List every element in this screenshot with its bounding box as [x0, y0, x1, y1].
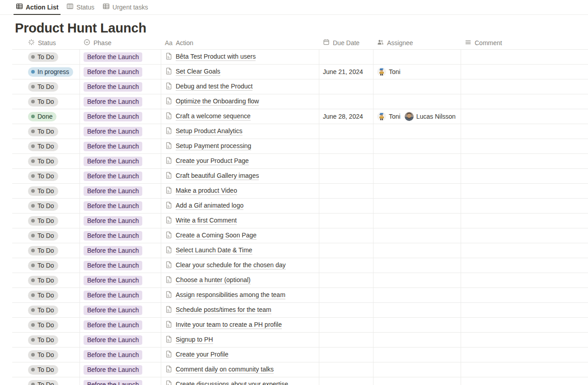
- action-page-link[interactable]: Set Clear Goals: [176, 68, 220, 76]
- status-cell[interactable]: To Do: [12, 79, 80, 94]
- column-header-status[interactable]: Status: [12, 36, 80, 49]
- assignee-cell[interactable]: Toni: [373, 65, 461, 79]
- assignee-cell[interactable]: [373, 258, 461, 273]
- status-cell[interactable]: To Do: [12, 243, 80, 258]
- tab-urgent-tasks[interactable]: Urgent tasks: [100, 0, 150, 15]
- due-date-cell[interactable]: [319, 303, 373, 317]
- action-page-link[interactable]: Create discussions about your expertise: [176, 380, 288, 385]
- comment-cell[interactable]: [461, 199, 588, 213]
- status-cell[interactable]: To Do: [12, 377, 80, 385]
- column-header-phase[interactable]: Phase: [80, 36, 161, 49]
- phase-cell[interactable]: Before the Launch: [80, 213, 161, 228]
- action-page-link[interactable]: Create your Product Page: [176, 157, 249, 165]
- status-cell[interactable]: To Do: [12, 303, 80, 317]
- status-cell[interactable]: In progress: [12, 65, 80, 79]
- assignee-cell[interactable]: [373, 139, 461, 153]
- due-date-cell[interactable]: [319, 273, 373, 288]
- column-header-action[interactable]: Aa Action: [161, 36, 319, 49]
- status-cell[interactable]: To Do: [12, 169, 80, 183]
- phase-cell[interactable]: Before the Launch: [80, 318, 161, 332]
- phase-cell[interactable]: Before the Launch: [80, 243, 161, 258]
- comment-cell[interactable]: [461, 213, 588, 228]
- action-cell[interactable]: Schedule posts/times for the team: [161, 303, 319, 317]
- comment-cell[interactable]: [461, 258, 588, 273]
- comment-cell[interactable]: [461, 243, 588, 258]
- action-page-link[interactable]: Bêta Test Product with users: [176, 53, 256, 61]
- action-page-link[interactable]: Signup to PH: [176, 336, 213, 344]
- phase-cell[interactable]: Before the Launch: [80, 228, 161, 243]
- phase-cell[interactable]: Before the Launch: [80, 303, 161, 317]
- status-cell[interactable]: Done: [12, 109, 80, 124]
- phase-cell[interactable]: Before the Launch: [80, 184, 161, 198]
- action-cell[interactable]: Clear your schedule for the chosen day: [161, 258, 319, 273]
- action-page-link[interactable]: Write a first Comment: [176, 217, 237, 225]
- status-cell[interactable]: To Do: [12, 228, 80, 243]
- due-date-cell[interactable]: [319, 288, 373, 302]
- phase-cell[interactable]: Before the Launch: [80, 154, 161, 168]
- due-date-cell[interactable]: [319, 258, 373, 273]
- phase-cell[interactable]: Before the Launch: [80, 288, 161, 302]
- comment-cell[interactable]: [461, 65, 588, 79]
- due-date-cell[interactable]: [319, 333, 373, 347]
- due-date-cell[interactable]: [319, 94, 373, 109]
- due-date-cell[interactable]: [319, 50, 373, 64]
- phase-cell[interactable]: Before the Launch: [80, 333, 161, 347]
- status-cell[interactable]: To Do: [12, 199, 80, 213]
- comment-cell[interactable]: [461, 303, 588, 317]
- due-date-cell[interactable]: [319, 154, 373, 168]
- action-cell[interactable]: Comment daily on community talks: [161, 362, 319, 377]
- phase-cell[interactable]: Before the Launch: [80, 139, 161, 153]
- phase-cell[interactable]: Before the Launch: [80, 362, 161, 377]
- action-page-link[interactable]: Create a Coming Soon Page: [176, 232, 257, 240]
- action-page-link[interactable]: Debug and test the Product: [176, 83, 252, 91]
- action-page-link[interactable]: Choose a hunter (optional): [176, 276, 251, 284]
- action-page-link[interactable]: Craft beautiful Gallery images: [176, 172, 259, 180]
- due-date-cell[interactable]: June 28, 2024: [319, 109, 373, 124]
- action-page-link[interactable]: Craft a welcome sequence: [176, 112, 251, 121]
- comment-cell[interactable]: [461, 109, 588, 124]
- action-cell[interactable]: Choose a hunter (optional): [161, 273, 319, 288]
- status-cell[interactable]: To Do: [12, 348, 80, 362]
- action-page-link[interactable]: Create your Profile: [176, 351, 229, 359]
- comment-cell[interactable]: [461, 333, 588, 347]
- comment-cell[interactable]: [461, 139, 588, 153]
- assignee-cell[interactable]: [373, 228, 461, 243]
- status-cell[interactable]: To Do: [12, 139, 80, 153]
- action-page-link[interactable]: Select Launch Date & Time: [176, 246, 252, 255]
- due-date-cell[interactable]: [319, 318, 373, 332]
- status-cell[interactable]: To Do: [12, 362, 80, 377]
- action-page-link[interactable]: Invite your team to create a PH profile: [176, 321, 282, 329]
- due-date-cell[interactable]: [319, 362, 373, 377]
- due-date-cell[interactable]: [319, 228, 373, 243]
- phase-cell[interactable]: Before the Launch: [80, 109, 161, 124]
- action-cell[interactable]: Select Launch Date & Time: [161, 243, 319, 258]
- comment-cell[interactable]: [461, 318, 588, 332]
- phase-cell[interactable]: Before the Launch: [80, 348, 161, 362]
- action-page-link[interactable]: Add a Gif animated logo: [176, 202, 243, 210]
- status-cell[interactable]: To Do: [12, 213, 80, 228]
- assignee-cell[interactable]: [373, 303, 461, 317]
- comment-cell[interactable]: [461, 377, 588, 385]
- due-date-cell[interactable]: [319, 139, 373, 153]
- comment-cell[interactable]: [461, 94, 588, 109]
- due-date-cell[interactable]: [319, 184, 373, 198]
- comment-cell[interactable]: [461, 288, 588, 302]
- action-cell[interactable]: Create a Coming Soon Page: [161, 228, 319, 243]
- assignee-cell[interactable]: [373, 348, 461, 362]
- phase-cell[interactable]: Before the Launch: [80, 124, 161, 139]
- action-page-link[interactable]: Schedule posts/times for the team: [176, 306, 271, 314]
- status-cell[interactable]: To Do: [12, 94, 80, 109]
- due-date-cell[interactable]: [319, 169, 373, 183]
- comment-cell[interactable]: [461, 184, 588, 198]
- action-cell[interactable]: Create your Product Page: [161, 154, 319, 168]
- assignee-cell[interactable]: [373, 333, 461, 347]
- assignee-cell[interactable]: [373, 184, 461, 198]
- status-cell[interactable]: To Do: [12, 288, 80, 302]
- status-cell[interactable]: To Do: [12, 318, 80, 332]
- action-cell[interactable]: Set Clear Goals: [161, 65, 319, 79]
- assignee-cell[interactable]: [373, 318, 461, 332]
- due-date-cell[interactable]: [319, 124, 373, 139]
- due-date-cell[interactable]: [319, 79, 373, 94]
- page-title[interactable]: Product Hunt Launch: [15, 20, 588, 36]
- action-cell[interactable]: Craft beautiful Gallery images: [161, 169, 319, 183]
